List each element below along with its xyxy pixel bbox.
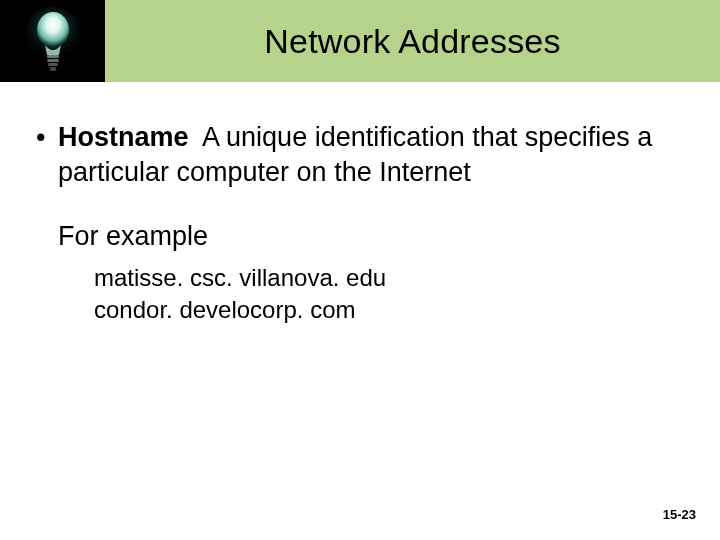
header-band: Network Addresses [0, 0, 720, 82]
example-line: matisse. csc. villanova. edu [94, 262, 686, 294]
svg-rect-3 [47, 59, 59, 62]
bullet-item: • Hostname A unique identification that … [34, 120, 686, 189]
svg-rect-5 [50, 67, 56, 71]
examples-block: matisse. csc. villanova. edu condor. dev… [94, 262, 686, 327]
lightbulb-icon [23, 5, 83, 77]
bullet-term: Hostname [58, 122, 189, 152]
bullet-text: Hostname A unique identification that sp… [58, 120, 686, 189]
header-icon-box [0, 0, 105, 82]
svg-point-1 [37, 12, 69, 48]
page-number: 15-23 [663, 507, 696, 522]
content-area: • Hostname A unique identification that … [34, 120, 686, 327]
svg-rect-4 [48, 63, 58, 66]
svg-rect-2 [47, 55, 59, 58]
for-example-label: For example [58, 221, 686, 252]
example-line: condor. develocorp. com [94, 294, 686, 326]
bullet-marker: • [34, 120, 58, 155]
slide-title: Network Addresses [105, 0, 720, 82]
